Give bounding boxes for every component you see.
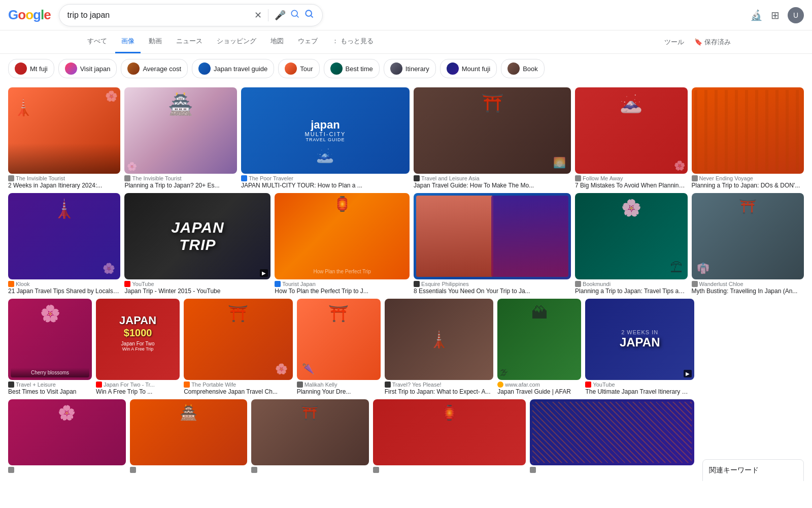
- chip-img-mt-fuji: [15, 62, 27, 75]
- img-thumb[interactable]: 🌸 Cherry blossoms: [8, 299, 92, 380]
- list-item[interactable]: ⛩️ 🌸 The Portable Wife Comprehensive Jap…: [184, 299, 293, 395]
- img-source: [530, 467, 694, 473]
- img-source: Bookmundi: [575, 281, 687, 287]
- img-thumb[interactable]: JAPAN $1000 Japan For Two Win A Free Tri…: [96, 299, 180, 380]
- tab-videos[interactable]: 動画: [143, 30, 168, 53]
- list-item[interactable]: JAPAN $1000 Japan For Two Win A Free Tri…: [96, 299, 180, 395]
- img-title: Comprehensive Japan Travel Ch...: [184, 388, 293, 395]
- list-item[interactable]: 🌸 Cherry blossoms Travel + Leisure Best …: [8, 299, 92, 395]
- img-thumb[interactable]: [414, 193, 571, 279]
- img-thumb[interactable]: 🗼: [385, 299, 494, 380]
- img-thumb[interactable]: ⛩️ 🌅: [414, 87, 571, 174]
- chip-travel-guide[interactable]: Japan travel guide: [192, 59, 274, 78]
- chip-img-visit-japan: [65, 62, 77, 75]
- list-item[interactable]: 🏯 🌸 The Invisible Tourist Planning a Tri…: [124, 87, 236, 189]
- img-thumb[interactable]: ⛩️ 👘: [692, 193, 804, 279]
- header-right: 🔬 ⊞ U: [750, 7, 804, 23]
- chip-best-time[interactable]: Best time: [324, 59, 380, 78]
- img-thumb[interactable]: 🗻 🌸: [575, 87, 687, 174]
- chip-average-cost[interactable]: Average cost: [121, 59, 188, 78]
- img-source: Malikah Kelly: [297, 382, 381, 388]
- tab-maps[interactable]: 地図: [264, 30, 290, 53]
- chip-mt-fuji[interactable]: Mt fuji: [8, 59, 54, 78]
- google-logo[interactable]: Google: [8, 7, 51, 23]
- chip-img-itinerary: [390, 62, 402, 75]
- img-thumb[interactable]: 🗼 🌸: [8, 193, 120, 279]
- image-row-3: 🌸 Cherry blossoms Travel + Leisure Best …: [8, 299, 804, 395]
- list-item[interactable]: JAPAN TRIP ▶ YouTube Japan Trip - Winter…: [124, 193, 270, 295]
- list-item[interactable]: 🌸: [8, 399, 126, 473]
- list-item[interactable]: 2 WEEKS IN JAPAN ▶ YouTube The Ultimate …: [585, 299, 694, 395]
- list-item[interactable]: 🗼 🌸 Klook 21 Japan Travel Tips Shared by…: [8, 193, 120, 295]
- img-title: 2 Weeks in Japan Itinerary 2024:...: [8, 182, 120, 189]
- img-source: The Portable Wife: [184, 382, 293, 388]
- mic-icon[interactable]: 🎤: [275, 10, 286, 21]
- img-thumb[interactable]: ⛩️: [251, 399, 369, 465]
- list-item[interactable]: 🌸 ⛱ Bookmundi Planning a Trip to Japan: …: [575, 193, 687, 295]
- list-item[interactable]: Esquire Philippines 8 Essentials You Nee…: [414, 193, 571, 295]
- tab-more[interactable]: ： もっと見る: [326, 30, 380, 53]
- list-item[interactable]: [530, 399, 694, 473]
- saved-button[interactable]: 🔖 保存済み: [694, 38, 731, 47]
- chip-mount-fuji[interactable]: Mount fuji: [440, 59, 497, 78]
- chip-visit-japan[interactable]: Visit japan: [58, 59, 117, 78]
- tools-button[interactable]: ツール: [664, 38, 684, 47]
- list-item[interactable]: 🗼 🌸 The Invisible Tourist 2 Weeks in Jap…: [8, 87, 120, 189]
- img-thumb[interactable]: [692, 87, 804, 174]
- sidebar-item-travel-map[interactable]: 🗺 japan travel map: [709, 480, 797, 481]
- img-thumb[interactable]: ⛩️ 🌸: [184, 299, 293, 380]
- img-thumb[interactable]: 🗼 🌸: [8, 87, 120, 174]
- avatar[interactable]: U: [788, 7, 804, 23]
- img-source: YouTube: [124, 281, 270, 287]
- tab-images[interactable]: 画像: [115, 30, 141, 53]
- img-thumb[interactable]: 🌸 ⛱: [575, 193, 687, 279]
- list-item[interactable]: ⛩️: [251, 399, 369, 473]
- img-source: Tourist Japan: [275, 281, 410, 287]
- search-button[interactable]: [304, 9, 314, 21]
- chip-tour[interactable]: Tour: [278, 59, 319, 78]
- search-input[interactable]: [67, 11, 250, 20]
- grid-icon[interactable]: ⊞: [771, 9, 780, 21]
- list-item[interactable]: ⛩️ 👘 Wanderlust Chloe Myth Busting: Trav…: [692, 193, 804, 295]
- list-item[interactable]: japan MULTI-CITY TRAVEL GUIDE 🗻 The Poor…: [241, 87, 410, 189]
- img-thumb[interactable]: 🏯 🌸: [124, 87, 236, 174]
- list-item[interactable]: ⛩️ 🌅 Travel and Leisure Asia Japan Trave…: [414, 87, 571, 189]
- lens-icon[interactable]: [290, 9, 300, 21]
- list-item[interactable]: 🏮 How Plan the Perfect Trip Tourist Japa…: [275, 193, 410, 295]
- list-item[interactable]: 🗼 Travel? Yes Please! First Trip to Japa…: [385, 299, 494, 395]
- img-thumb[interactable]: 🏯: [130, 399, 248, 465]
- tab-shopping[interactable]: ショッピング: [211, 30, 262, 53]
- svg-point-1: [306, 10, 312, 16]
- chip-img-best-time: [330, 62, 343, 75]
- list-item[interactable]: 🏯: [130, 399, 248, 473]
- list-item[interactable]: 🗻 🌸 Follow Me Away 7 Big Mistakes To Avo…: [575, 87, 687, 189]
- list-item[interactable]: 🏔 🌫 www.afar.com Japan Travel Guide | AF…: [497, 299, 581, 395]
- img-thumb[interactable]: 🏔 🌫: [497, 299, 581, 380]
- tab-news[interactable]: ニュース: [170, 30, 209, 53]
- clear-icon[interactable]: ✕: [254, 10, 262, 21]
- img-thumb[interactable]: 🌸: [8, 399, 126, 465]
- img-thumb[interactable]: [530, 399, 694, 465]
- tab-web[interactable]: ウェブ: [292, 30, 324, 53]
- list-item[interactable]: 🏮: [373, 399, 526, 473]
- img-thumb[interactable]: ⛩️ 🌂: [297, 299, 381, 380]
- logo-g: G: [8, 7, 18, 22]
- search-bar[interactable]: ✕ 🎤: [59, 4, 323, 26]
- img-thumb[interactable]: 🏮 How Plan the Perfect Trip: [275, 193, 410, 279]
- list-item[interactable]: Never Ending Voyage Planning a Trip to J…: [692, 87, 804, 189]
- chip-book[interactable]: Book: [501, 59, 545, 78]
- img-source: The Invisible Tourist: [8, 175, 120, 181]
- img-thumb[interactable]: JAPAN TRIP ▶: [124, 193, 270, 279]
- lab-icon[interactable]: 🔬: [750, 9, 763, 21]
- chip-itinerary[interactable]: Itinerary: [384, 59, 436, 78]
- img-thumb[interactable]: 🏮: [373, 399, 526, 465]
- list-item[interactable]: ⛩️ 🌂 Malikah Kelly Planning Your Dre...: [297, 299, 381, 395]
- img-source: Japan For Two - Tr...: [96, 382, 180, 388]
- img-thumb[interactable]: 2 WEEKS IN JAPAN ▶: [585, 299, 694, 380]
- img-thumb[interactable]: japan MULTI-CITY TRAVEL GUIDE 🗻: [241, 87, 410, 174]
- chip-img-mount-fuji: [447, 62, 459, 75]
- tab-all[interactable]: すべて: [81, 30, 113, 53]
- img-title: The Ultimate Japan Travel Itinerary 🌸 (2…: [585, 388, 694, 395]
- image-row-2: 🗼 🌸 Klook 21 Japan Travel Tips Shared by…: [8, 193, 804, 295]
- chip-label: Itinerary: [405, 65, 429, 73]
